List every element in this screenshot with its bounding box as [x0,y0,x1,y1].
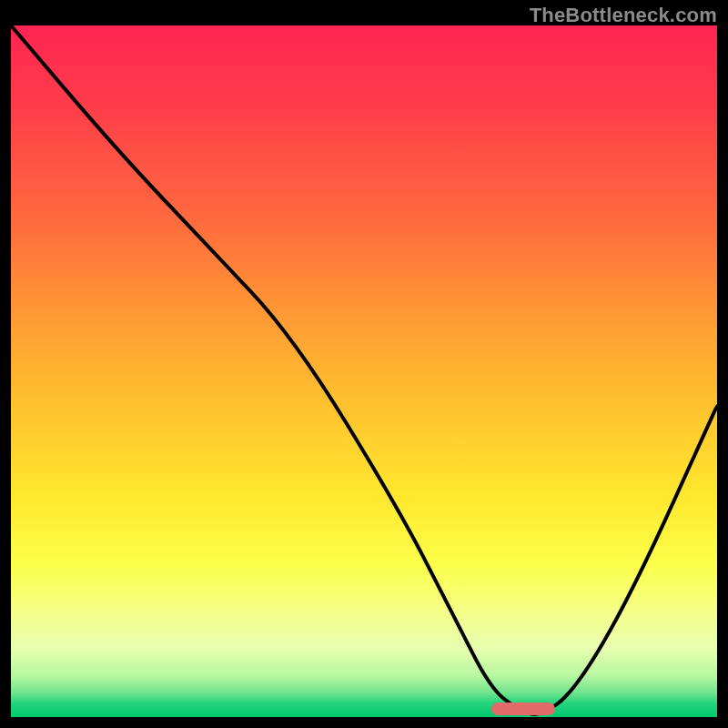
optimal-range-marker [491,703,555,715]
chart-frame: TheBottleneck.com [0,0,728,728]
plot-area [11,25,717,717]
curve-path [11,25,717,714]
watermark-text: TheBottleneck.com [530,4,717,27]
bottleneck-curve [11,25,717,717]
